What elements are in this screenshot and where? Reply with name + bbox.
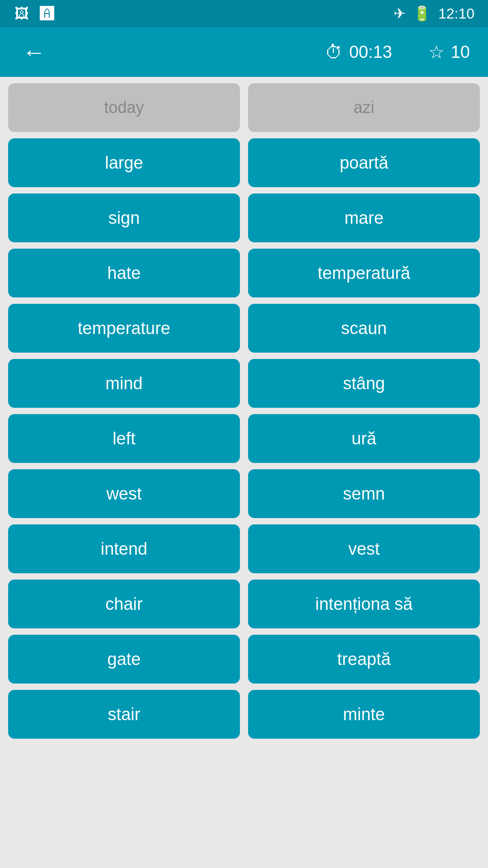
list-item[interactable]: temperatură	[248, 249, 480, 297]
battery-icon: 🔋	[413, 5, 431, 22]
list-item[interactable]: intend	[8, 524, 240, 573]
clock-time: 12:10	[438, 5, 474, 22]
left-header: today	[8, 83, 240, 132]
list-item[interactable]: ură	[248, 414, 480, 463]
list-item[interactable]: intenționa să	[248, 580, 480, 628]
status-bar-left: 🖼 🅰	[14, 5, 55, 22]
star-section: ☆ 10	[428, 42, 470, 62]
list-item[interactable]: mare	[248, 193, 480, 242]
left-column: today large sign hate temperature mind l…	[8, 83, 240, 739]
list-item[interactable]: stâng	[248, 359, 480, 408]
list-item[interactable]: poartă	[248, 138, 480, 187]
list-item[interactable]: treaptă	[248, 635, 480, 684]
list-item[interactable]: stair	[8, 690, 240, 739]
image-icon: 🖼	[14, 5, 30, 22]
list-item[interactable]: west	[8, 469, 240, 518]
list-item[interactable]: mind	[8, 359, 240, 408]
list-item[interactable]: gate	[8, 635, 240, 684]
timer-section: ⏱ 00:13	[325, 42, 392, 62]
list-item[interactable]: semn	[248, 469, 480, 518]
star-count: 10	[451, 42, 470, 62]
list-item[interactable]: temperature	[8, 304, 240, 353]
list-item[interactable]: scaun	[248, 304, 480, 353]
list-item[interactable]: hate	[8, 249, 240, 297]
list-item[interactable]: minte	[248, 690, 480, 739]
status-bar: 🖼 🅰 ✈ 🔋 12:10	[0, 0, 488, 27]
list-item[interactable]: chair	[8, 580, 240, 628]
timer-value: 00:13	[349, 42, 392, 62]
text-icon: 🅰	[39, 5, 55, 22]
right-header: azi	[248, 83, 480, 132]
top-bar: ← ⏱ 00:13 ☆ 10	[0, 27, 488, 77]
airplane-icon: ✈	[394, 5, 406, 22]
status-bar-right: ✈ 🔋 12:10	[394, 5, 474, 22]
timer-icon: ⏱	[325, 42, 343, 62]
back-button[interactable]: ←	[18, 38, 50, 66]
star-icon: ☆	[428, 42, 445, 62]
list-item[interactable]: vest	[248, 524, 480, 573]
content-area: today large sign hate temperature mind l…	[0, 77, 488, 745]
list-item[interactable]: large	[8, 138, 240, 187]
list-item[interactable]: left	[8, 414, 240, 463]
right-column: azi poartă mare temperatură scaun stâng …	[248, 83, 480, 739]
list-item[interactable]: sign	[8, 193, 240, 242]
